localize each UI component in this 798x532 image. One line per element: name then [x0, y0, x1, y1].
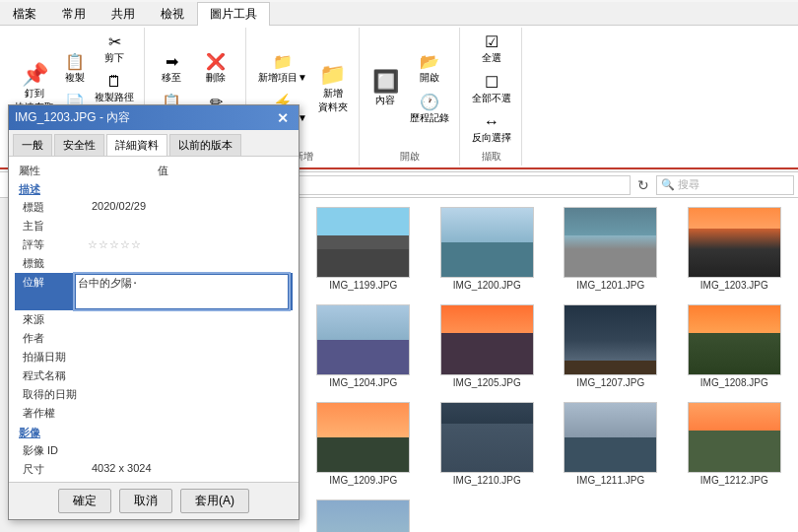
- search-placeholder: 🔍 搜尋: [661, 177, 699, 192]
- prop-header-row: 屬性 值: [15, 163, 293, 179]
- file-item[interactable]: IMG_1204.JPG: [303, 299, 424, 393]
- prop-value-header: 值: [154, 163, 293, 179]
- file-item[interactable]: IMG_1201.JPG: [551, 202, 671, 296]
- file-item[interactable]: IMG_1211.JPG: [551, 397, 671, 491]
- delete-button[interactable]: ❌ 刪除: [192, 49, 239, 88]
- copy-icon: 📋: [65, 52, 85, 71]
- section-image[interactable]: 影像: [15, 423, 293, 441]
- main-area: IMG_1199.JPGIMG_1200.JPGIMG_1201.JPGIMG_…: [0, 198, 798, 532]
- file-item[interactable]: IMG_1208.JPG: [675, 299, 795, 393]
- row-image-id: 影像 ID: [15, 441, 293, 460]
- ribbon-group-open: 🔲 內容 📂 開啟 🕐 歷程記錄 開啟: [362, 28, 460, 166]
- prop-table: 屬性 值: [15, 163, 293, 179]
- file-item[interactable]: IMG_1213.JPG: [303, 495, 424, 532]
- tab-home[interactable]: 常用: [49, 2, 99, 26]
- cancel-button[interactable]: 取消: [119, 489, 172, 513]
- file-name: IMG_1203.JPG: [700, 280, 768, 291]
- dialog-close-button[interactable]: ✕: [273, 110, 293, 126]
- file-item[interactable]: IMG_1203.JPG: [675, 202, 795, 296]
- move-icon: ➡: [166, 52, 178, 71]
- row-copyright: 著作權: [15, 404, 293, 423]
- row-title: 標題 2020/02/29: [15, 198, 293, 217]
- dialog-footer: 確定 取消 套用(A): [9, 482, 299, 519]
- ok-button[interactable]: 確定: [58, 489, 111, 513]
- deselect-button[interactable]: ☐ 全部不選: [468, 70, 515, 108]
- file-item[interactable]: IMG_1207.JPG: [551, 299, 671, 393]
- row-width: 寬度 4032 像素: [15, 479, 293, 482]
- select-all-icon: ☑: [485, 33, 499, 51]
- copy-button[interactable]: 📋 複製: [61, 49, 89, 88]
- file-thumbnail: [688, 207, 781, 278]
- deselect-icon: ☐: [485, 73, 499, 92]
- file-thumbnail: [316, 499, 410, 532]
- file-name: IMG_1210.JPG: [453, 475, 521, 486]
- cut-button[interactable]: ✂ 剪下: [91, 30, 138, 68]
- file-name: IMG_1209.JPG: [329, 475, 397, 486]
- select-label: 擷取: [482, 148, 501, 164]
- open-label: 開啟: [400, 148, 420, 164]
- file-name: IMG_1212.JPG: [700, 475, 768, 486]
- file-item[interactable]: IMG_1210.JPG: [428, 397, 548, 491]
- file-name: IMG_1200.JPG: [453, 280, 521, 291]
- open-icon: 📂: [420, 52, 439, 71]
- search-input[interactable]: 🔍 搜尋: [656, 175, 794, 195]
- file-thumbnail: [688, 304, 781, 375]
- dialog-titlebar: IMG_1203.JPG - 內容 ✕: [9, 105, 299, 130]
- comment-input[interactable]: 台中的夕陽·: [75, 274, 289, 309]
- copy-path-button[interactable]: 🗒 複製路徑: [91, 70, 138, 107]
- row-acquired-date: 取得的日期: [15, 385, 293, 404]
- tab-view[interactable]: 檢視: [148, 2, 197, 26]
- file-name: IMG_1205.JPG: [453, 377, 521, 388]
- ribbon-tabs: 檔案 常用 共用 檢視 圖片工具: [0, 2, 798, 26]
- file-thumbnail: [316, 304, 410, 375]
- tab-picture-tools[interactable]: 圖片工具: [197, 2, 270, 26]
- new-folder-button[interactable]: 📁 新增資料夾: [313, 61, 353, 117]
- prop-attr-header: 屬性: [15, 163, 154, 179]
- file-name: IMG_1208.JPG: [700, 377, 768, 388]
- copy-path-icon: 🗒: [106, 73, 122, 91]
- new-folder-icon: 📁: [319, 64, 346, 86]
- row-capture-date: 拍攝日期: [15, 348, 293, 366]
- row-source: 來源: [15, 310, 293, 329]
- open-button[interactable]: 📂 開啟: [406, 49, 453, 88]
- tab-file[interactable]: 檔案: [0, 2, 49, 26]
- dialog-title: IMG_1203.JPG - 內容: [15, 109, 130, 126]
- properties-button[interactable]: 🔲 內容: [367, 68, 404, 110]
- properties-icon: 🔲: [372, 71, 399, 93]
- section-description[interactable]: 描述: [15, 179, 293, 198]
- delete-icon: ❌: [206, 52, 226, 71]
- row-comment-selected: 位解 台中的夕陽·: [15, 273, 293, 310]
- file-item[interactable]: IMG_1205.JPG: [428, 299, 548, 393]
- history-icon: 🕐: [420, 93, 439, 111]
- move-to-button[interactable]: ➡ 移至: [153, 49, 190, 88]
- ribbon-group-select: ☑ 全選 ☐ 全部不選 ↔ 反向選擇 擷取: [462, 28, 522, 166]
- file-name: IMG_1204.JPG: [329, 377, 397, 388]
- file-item[interactable]: IMG_1200.JPG: [428, 202, 548, 296]
- dialog-tab-security[interactable]: 安全性: [54, 134, 104, 156]
- file-thumbnail: [316, 207, 410, 278]
- properties-dialog: IMG_1203.JPG - 內容 ✕ 一般 安全性 詳細資料 以前的版本 屬性…: [8, 104, 299, 520]
- dialog-tab-details[interactable]: 詳細資料: [106, 134, 167, 156]
- file-name: IMG_1199.JPG: [329, 280, 397, 291]
- select-all-button[interactable]: ☑ 全選: [468, 30, 515, 68]
- dialog-tab-general[interactable]: 一般: [13, 134, 52, 156]
- tab-share[interactable]: 共用: [99, 2, 148, 26]
- file-thumbnail: [564, 304, 657, 375]
- file-item[interactable]: IMG_1199.JPG: [303, 202, 424, 296]
- file-item[interactable]: IMG_1209.JPG: [303, 397, 424, 491]
- file-thumbnail: [440, 207, 534, 278]
- dialog-tabs: 一般 安全性 詳細資料 以前的版本: [9, 130, 299, 157]
- select-buttons: ☑ 全選 ☐ 全部不選 ↔ 反向選擇: [468, 30, 515, 148]
- new-item-button[interactable]: 📁 新增項目▼: [254, 49, 311, 88]
- row-subject: 主旨: [15, 217, 293, 235]
- dialog-content: 屬性 值 描述 標題 2020/02/29 主旨 評等 ☆☆☆☆☆ 標籤: [9, 157, 299, 482]
- file-thumbnail: [564, 402, 657, 473]
- file-name: IMG_1201.JPG: [576, 280, 644, 291]
- invert-select-button[interactable]: ↔ 反向選擇: [468, 110, 515, 148]
- refresh-button[interactable]: ↻: [634, 177, 652, 193]
- apply-button[interactable]: 套用(A): [180, 489, 249, 513]
- history-button[interactable]: 🕐 歷程記錄: [406, 90, 453, 128]
- file-grid: IMG_1199.JPGIMG_1200.JPGIMG_1201.JPGIMG_…: [299, 198, 798, 532]
- dialog-tab-versions[interactable]: 以前的版本: [169, 134, 241, 156]
- file-item[interactable]: IMG_1212.JPG: [675, 397, 795, 491]
